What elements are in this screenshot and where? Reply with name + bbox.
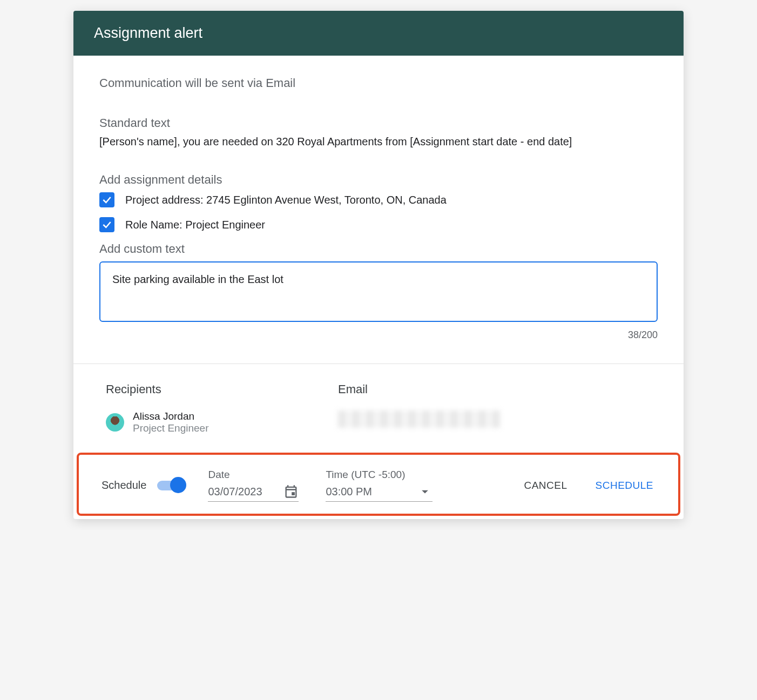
email-column: Email [338,382,658,434]
standard-text-label: Standard text [99,116,658,130]
schedule-footer: Schedule Date 03/07/2023 Time (UTC -5:00… [77,453,680,516]
recipient-info: Alissa Jordan Project Engineer [133,410,208,434]
recipients-section: Recipients Alissa Jordan Project Enginee… [99,364,658,453]
detail-row-address: Project address: 2745 Eglinton Avenue We… [99,192,658,207]
detail-label-role: Role Name: Project Engineer [125,219,265,231]
recipient-role: Project Engineer [133,422,208,434]
recipient-row: Alissa Jordan Project Engineer [106,410,338,434]
date-label: Date [208,469,299,481]
date-field: Date 03/07/2023 [208,469,299,502]
check-icon [102,219,112,230]
avatar [106,413,124,432]
toggle-knob [170,477,186,493]
recipients-header: Recipients [106,382,338,396]
time-label: Time (UTC -5:00) [326,469,432,481]
dialog-content: Communication will be sent via Email Sta… [73,56,684,453]
cancel-button[interactable]: Cancel [515,474,576,497]
char-count: 38/200 [99,329,658,341]
schedule-toggle[interactable] [157,481,183,490]
standard-text-value: [Person's name], you are needed on 320 R… [99,136,658,148]
dialog-header: Assignment alert [73,11,684,56]
calendar-icon [283,484,299,499]
date-input[interactable]: 03/07/2023 [208,484,299,502]
detail-label-address: Project address: 2745 Eglinton Avenue We… [125,194,447,206]
details-label: Add assignment details [99,173,658,187]
checkbox-address[interactable] [99,192,114,207]
schedule-label: Schedule [102,479,146,492]
checkbox-role[interactable] [99,217,114,232]
email-redacted [338,410,500,428]
recipients-column: Recipients Alissa Jordan Project Enginee… [106,382,338,434]
date-value: 03/07/2023 [208,486,273,498]
custom-text-label: Add custom text [99,242,658,256]
time-value: 03:00 PM [326,486,407,498]
time-field: Time (UTC -5:00) 03:00 PM [326,469,432,502]
custom-text-input[interactable] [99,261,658,322]
email-header: Email [338,382,658,396]
intro-text: Communication will be sent via Email [99,76,658,90]
time-input[interactable]: 03:00 PM [326,484,432,502]
chevron-down-icon [417,484,432,499]
dialog-title: Assignment alert [94,25,202,41]
schedule-button[interactable]: Schedule [587,474,662,497]
check-icon [102,194,112,205]
recipient-name: Alissa Jordan [133,410,208,422]
detail-row-role: Role Name: Project Engineer [99,217,658,232]
svg-rect-0 [292,492,295,495]
assignment-alert-dialog: Assignment alert Communication will be s… [73,11,684,519]
